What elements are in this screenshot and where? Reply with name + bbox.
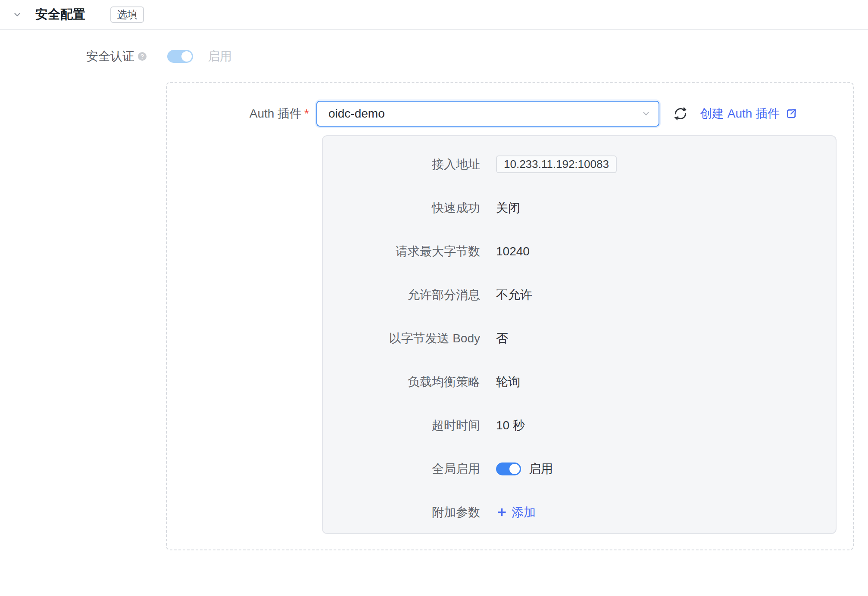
- detail-row-timeout: 超时时间 10 秒: [323, 404, 836, 447]
- detail-label: 允许部分消息: [323, 287, 480, 303]
- auth-plugin-select-value: oidc-demo: [328, 107, 385, 121]
- global-enable-toggle-label: 启用: [529, 461, 553, 477]
- security-config-page: 安全配置 选填 安全认证 ? 启用 Auth 插件* oidc-demo: [0, 0, 868, 596]
- plus-icon: [496, 506, 508, 518]
- detail-label: 接入地址: [323, 156, 480, 173]
- detail-value: 轮询: [496, 374, 520, 390]
- external-link-icon: [785, 107, 798, 120]
- security-auth-toggle-label: 启用: [208, 48, 232, 65]
- auth-plugin-label-text: Auth 插件: [250, 107, 302, 120]
- chevron-down-icon: [641, 109, 651, 118]
- detail-row-global-enable: 全局启用 启用: [323, 447, 836, 490]
- toggle-knob: [181, 51, 192, 62]
- detail-value: 不允许: [496, 287, 532, 303]
- help-icon[interactable]: ?: [138, 52, 147, 61]
- detail-label: 全局启用: [323, 461, 480, 477]
- auth-plugin-row: Auth 插件* oidc-demo 创建 Auth 插件: [167, 101, 853, 127]
- detail-label: 快速成功: [323, 200, 480, 216]
- security-config-section-header: 安全配置 选填: [0, 0, 868, 30]
- detail-label: 请求最大字节数: [323, 243, 480, 260]
- section-title: 安全配置: [35, 6, 85, 23]
- detail-value: 启用: [496, 461, 553, 477]
- detail-value: 10 秒: [496, 417, 525, 434]
- toggle-knob: [509, 464, 520, 474]
- plugin-detail-card: 接入地址 10.233.11.192:10083 快速成功 关闭 请求最大字节数…: [322, 135, 837, 534]
- security-auth-row: 安全认证 ? 启用: [0, 44, 232, 68]
- required-mark: *: [304, 107, 309, 120]
- detail-row-extra-params: 附加参数 添加: [323, 490, 836, 534]
- address-tag: 10.233.11.192:10083: [496, 155, 617, 173]
- auth-plugin-select[interactable]: oidc-demo: [316, 101, 659, 127]
- global-enable-toggle[interactable]: [496, 463, 521, 475]
- detail-label: 附加参数: [323, 504, 480, 521]
- detail-row-send-body-as-bytes: 以字节发送 Body 否: [323, 317, 836, 360]
- detail-row-address: 接入地址 10.233.11.192:10083: [323, 143, 836, 186]
- auth-plugin-label: Auth 插件*: [167, 106, 309, 122]
- detail-row-load-balance-policy: 负载均衡策略 轮询: [323, 360, 836, 404]
- create-auth-plugin-link[interactable]: 创建 Auth 插件: [700, 106, 798, 122]
- security-auth-label: 安全认证: [86, 48, 134, 65]
- detail-value: 关闭: [496, 200, 520, 216]
- detail-label: 以字节发送 Body: [323, 330, 480, 347]
- collapse-chevron-icon[interactable]: [12, 9, 22, 20]
- optional-badge: 选填: [110, 6, 144, 23]
- add-param-link-text: 添加: [512, 504, 536, 521]
- auth-plugin-fieldset: Auth 插件* oidc-demo 创建 Auth 插件: [166, 82, 854, 550]
- detail-label: 负载均衡策略: [323, 374, 480, 390]
- detail-row-allow-partial-message: 允许部分消息 不允许: [323, 273, 836, 317]
- detail-value: 10240: [496, 245, 530, 258]
- add-param-link[interactable]: 添加: [496, 504, 536, 521]
- detail-row-max-request-bytes: 请求最大字节数 10240: [323, 230, 836, 273]
- detail-value: 添加: [496, 504, 536, 521]
- security-auth-toggle[interactable]: [167, 50, 193, 63]
- detail-value: 10.233.11.192:10083: [496, 155, 617, 173]
- create-auth-plugin-link-text: 创建 Auth 插件: [700, 106, 780, 122]
- detail-value: 否: [496, 330, 508, 347]
- refresh-icon[interactable]: [672, 106, 689, 122]
- detail-row-fast-success: 快速成功 关闭: [323, 186, 836, 230]
- detail-label: 超时时间: [323, 417, 480, 434]
